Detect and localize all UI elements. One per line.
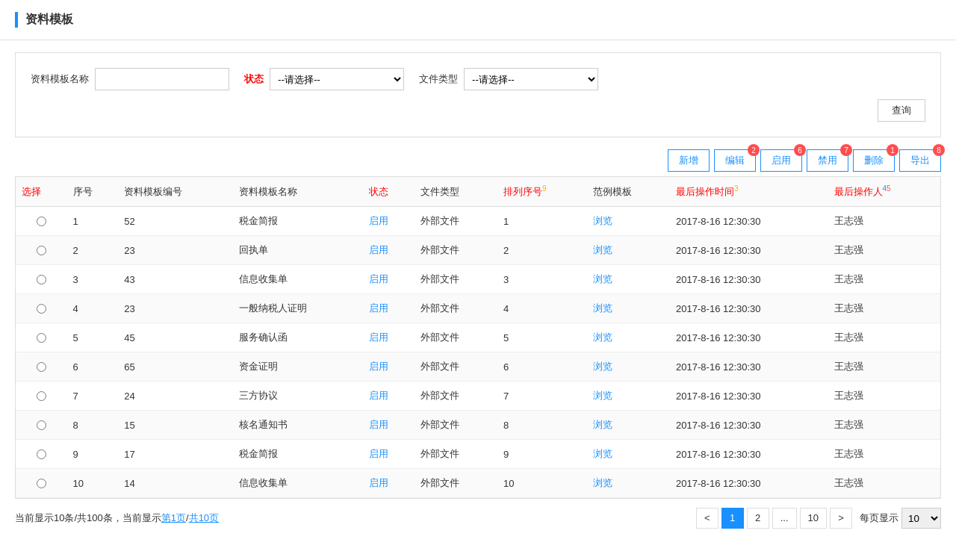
filetype-select[interactable]: --请选择-- 外部文件 bbox=[464, 68, 598, 90]
delete-button[interactable]: 删除 1 bbox=[853, 149, 895, 172]
page-1-button[interactable]: 1 bbox=[721, 508, 744, 529]
browse-link[interactable]: 浏览 bbox=[593, 477, 612, 488]
page-ellipsis: ... bbox=[772, 508, 797, 529]
cell-time: 2017-8-16 12:30:30 bbox=[670, 323, 828, 352]
cell-order: 5 bbox=[497, 323, 587, 352]
browse-link[interactable]: 浏览 bbox=[593, 390, 612, 401]
browse-link[interactable]: 浏览 bbox=[593, 244, 612, 255]
cell-index: 9 bbox=[67, 440, 119, 469]
browse-link[interactable]: 浏览 bbox=[593, 215, 612, 226]
status-value: 启用 bbox=[369, 419, 388, 430]
query-button[interactable]: 查询 bbox=[878, 99, 925, 122]
cell-sample: 浏览 bbox=[587, 469, 670, 498]
add-button[interactable]: 新增 bbox=[668, 149, 710, 172]
delete-label: 删除 bbox=[864, 155, 884, 166]
cell-user: 王志强 bbox=[828, 236, 940, 265]
page-buttons: < 1 2 ... 10 > bbox=[696, 508, 852, 529]
cell-time: 2017-8-16 12:30:30 bbox=[670, 411, 828, 440]
row-radio-5[interactable] bbox=[37, 362, 46, 372]
row-radio-9[interactable] bbox=[37, 479, 46, 488]
page-wrapper: 资料模板 资料模板名称 状态 --请选择-- 启用 禁用 文件类型 --请选择-… bbox=[0, 0, 956, 560]
cell-index: 2 bbox=[67, 236, 119, 265]
browse-link[interactable]: 浏览 bbox=[593, 273, 612, 284]
edit-button[interactable]: 编辑 2 bbox=[714, 149, 756, 172]
next-page-button[interactable]: > bbox=[830, 508, 852, 529]
table-row: 8 15 核名通知书 启用 外部文件 8 浏览 2017-8-16 12:30:… bbox=[16, 411, 940, 440]
browse-link[interactable]: 浏览 bbox=[593, 448, 612, 459]
cell-code: 17 bbox=[118, 440, 232, 469]
table-row: 5 45 服务确认函 启用 外部文件 5 浏览 2017-8-16 12:30:… bbox=[16, 323, 940, 352]
cell-filetype: 外部文件 bbox=[415, 382, 497, 411]
cell-user: 王志强 bbox=[828, 440, 940, 469]
row-radio-7[interactable] bbox=[37, 420, 46, 430]
page-link-current[interactable]: 第1页 bbox=[161, 512, 186, 523]
browse-link[interactable]: 浏览 bbox=[593, 361, 612, 372]
table-row: 3 43 信息收集单 启用 外部文件 3 浏览 2017-8-16 12:30:… bbox=[16, 265, 940, 294]
cell-user: 王志强 bbox=[828, 294, 940, 323]
cell-index: 7 bbox=[67, 382, 119, 411]
cell-sample: 浏览 bbox=[587, 440, 670, 469]
page-link-total[interactable]: 共10页 bbox=[189, 512, 219, 523]
browse-link[interactable]: 浏览 bbox=[593, 332, 612, 343]
cell-status: 启用 bbox=[363, 440, 415, 469]
cell-filetype: 外部文件 bbox=[415, 469, 497, 498]
col-filetype: 文件类型 bbox=[415, 177, 497, 207]
cell-order: 2 bbox=[497, 236, 587, 265]
cell-user: 王志强 bbox=[828, 469, 940, 498]
table-row: 10 14 信息收集单 启用 外部文件 10 浏览 2017-8-16 12:3… bbox=[16, 469, 940, 498]
row-radio-4[interactable] bbox=[37, 333, 46, 343]
table-header: 选择 序号 资料模板编号 资料模板名称 状态 文件类型 排列序号9 范例模板 最… bbox=[16, 177, 940, 207]
page-2-button[interactable]: 2 bbox=[747, 508, 769, 529]
cell-sample: 浏览 bbox=[587, 411, 670, 440]
last-page-button[interactable]: 10 bbox=[800, 508, 827, 529]
cell-name: 回执单 bbox=[233, 236, 364, 265]
cell-index: 6 bbox=[67, 352, 119, 382]
row-radio-6[interactable] bbox=[37, 391, 46, 401]
cell-status: 启用 bbox=[363, 411, 415, 440]
row-radio-3[interactable] bbox=[37, 304, 46, 314]
status-label: 状态 bbox=[244, 72, 264, 86]
row-radio-8[interactable] bbox=[37, 449, 46, 459]
row-radio-2[interactable] bbox=[37, 275, 46, 284]
cell-time: 2017-8-16 12:30:30 bbox=[670, 352, 828, 382]
row-radio-1[interactable] bbox=[37, 246, 46, 255]
cell-order: 1 bbox=[497, 207, 587, 236]
browse-link[interactable]: 浏览 bbox=[593, 302, 612, 314]
cell-index: 8 bbox=[67, 411, 119, 440]
search-row: 资料模板名称 状态 --请选择-- 启用 禁用 文件类型 --请选择-- 外部文… bbox=[31, 68, 925, 90]
cell-status: 启用 bbox=[363, 469, 415, 498]
col-status: 状态 bbox=[363, 177, 415, 207]
cell-filetype: 外部文件 bbox=[415, 294, 497, 323]
cell-name: 信息收集单 bbox=[233, 265, 364, 294]
cell-code: 15 bbox=[118, 411, 232, 440]
cell-code: 43 bbox=[118, 265, 232, 294]
per-page-select[interactable]: 10 20 50 100 bbox=[901, 508, 941, 529]
row-radio-0[interactable] bbox=[37, 217, 46, 226]
disable-button[interactable]: 禁用 7 bbox=[807, 149, 848, 172]
cell-time: 2017-8-16 12:30:30 bbox=[670, 265, 828, 294]
table-row: 6 65 资金证明 启用 外部文件 6 浏览 2017-8-16 12:30:3… bbox=[16, 352, 940, 382]
cell-code: 23 bbox=[118, 236, 232, 265]
edit-badge: 2 bbox=[748, 144, 760, 156]
name-input[interactable] bbox=[95, 68, 229, 90]
col-user: 最后操作人45 bbox=[828, 177, 940, 207]
cell-order: 6 bbox=[497, 352, 587, 382]
cell-select bbox=[16, 236, 67, 265]
cell-name: 服务确认函 bbox=[233, 323, 364, 352]
cell-order: 3 bbox=[497, 265, 587, 294]
cell-code: 65 bbox=[118, 352, 232, 382]
cell-time: 2017-8-16 12:30:30 bbox=[670, 236, 828, 265]
cell-select bbox=[16, 382, 67, 411]
enable-button[interactable]: 启用 6 bbox=[760, 149, 802, 172]
cell-time: 2017-8-16 12:30:30 bbox=[670, 440, 828, 469]
toolbar: 新增 编辑 2 启用 6 禁用 7 删除 1 导出 8 bbox=[15, 149, 941, 172]
status-value: 启用 bbox=[369, 477, 388, 488]
cell-name: 核名通知书 bbox=[233, 411, 364, 440]
disable-label: 禁用 bbox=[818, 155, 837, 166]
cell-code: 45 bbox=[118, 323, 232, 352]
browse-link[interactable]: 浏览 bbox=[593, 419, 612, 430]
export-button[interactable]: 导出 8 bbox=[899, 149, 941, 172]
col-index: 序号 bbox=[67, 177, 119, 207]
status-select[interactable]: --请选择-- 启用 禁用 bbox=[270, 68, 404, 90]
prev-page-button[interactable]: < bbox=[696, 508, 718, 529]
